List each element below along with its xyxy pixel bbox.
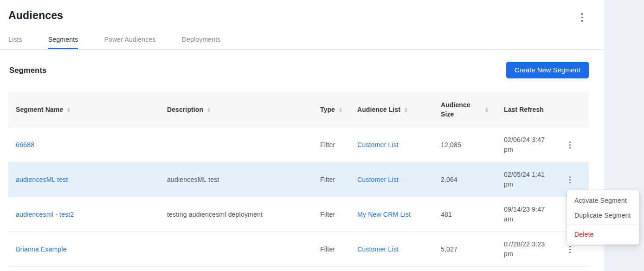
page-more-options-icon[interactable] [580, 11, 585, 24]
type-cell: Filter [320, 245, 357, 253]
last-refresh-cell: 02/06/24 3:47 pm [504, 135, 560, 155]
menu-item-duplicate-segment[interactable]: Duplicate Segment [567, 208, 639, 223]
table-row-selected: audiencesML test audiencesML test Filter… [8, 162, 589, 197]
row-actions-icon-active[interactable] [567, 174, 573, 185]
sort-icon[interactable] [207, 108, 210, 112]
column-header-description: Description [167, 105, 320, 115]
column-label: Segment Name [16, 105, 63, 115]
audiences-panel: Audiences Lists Segments Power Audiences… [0, 0, 604, 271]
menu-item-delete[interactable]: Delete [567, 227, 639, 242]
audience-list-link[interactable]: Customer List [357, 141, 399, 148]
row-actions-icon[interactable] [567, 244, 573, 255]
sort-icon[interactable] [405, 108, 407, 112]
type-cell: Filter [320, 141, 357, 148]
column-header-audience-size: Audience Size [441, 101, 504, 119]
last-refresh-cell: 02/05/24 1:41 pm [504, 170, 560, 189]
menu-divider [567, 225, 639, 225]
sort-icon[interactable] [485, 108, 488, 112]
column-label: Audience List [357, 105, 400, 115]
tab-power-audiences[interactable]: Power Audiences [104, 36, 155, 49]
segment-name-link[interactable]: audiencesml - test2 [16, 211, 74, 218]
last-refresh-cell: 09/14/23 9:47 am [504, 205, 560, 224]
audience-size-cell: 12,085 [441, 141, 504, 148]
tab-bar: Lists Segments Power Audiences Deploymen… [0, 36, 604, 50]
segment-name-link[interactable]: 66688 [16, 141, 34, 148]
sort-icon[interactable] [67, 108, 70, 112]
last-refresh-cell: 07/28/22 3:23 pm [504, 239, 560, 259]
type-cell: Filter [320, 211, 357, 218]
tab-lists[interactable]: Lists [8, 36, 22, 49]
tab-deployments[interactable]: Deployments [182, 36, 221, 49]
page-title: Audiences [8, 9, 595, 22]
audience-size-cell: 2,064 [441, 176, 504, 183]
table-header-row: Segment Name Description Type Audience L… [8, 92, 589, 128]
app-root: Audiences Lists Segments Power Audiences… [0, 0, 644, 271]
page-header: Audiences [0, 0, 604, 22]
table-row: audiencesml - test2 testing audiencesml … [8, 197, 589, 232]
segments-table: Segment Name Description Type Audience L… [8, 92, 589, 267]
column-label: Type [320, 105, 335, 115]
audience-list-link[interactable]: My New CRM List [357, 211, 411, 218]
column-label: Audience Size [441, 101, 475, 119]
column-label: Last Refresh [504, 105, 544, 115]
description-cell: testing audiencesml deployment [167, 211, 320, 218]
column-label: Description [167, 105, 203, 115]
table-row: Brianna Example Filter Customer List 5,0… [8, 232, 589, 267]
audience-size-cell: 5,027 [441, 245, 504, 253]
section-title: Segments [9, 66, 46, 75]
column-header-last-refresh: Last Refresh [504, 105, 560, 115]
audience-size-cell: 481 [441, 211, 504, 218]
row-actions-icon[interactable] [567, 140, 573, 150]
tab-segments[interactable]: Segments [48, 36, 78, 49]
create-new-segment-button[interactable]: Create New Segment [506, 62, 589, 78]
sort-icon[interactable] [339, 108, 342, 112]
segment-name-link[interactable]: audiencesML test [16, 176, 68, 183]
table-row: 66688 Filter Customer List 12,085 02/06/… [8, 128, 589, 162]
section-header: Segments Create New Segment [9, 62, 589, 78]
row-context-menu: Activate Segment Duplicate Segment Delet… [567, 190, 639, 245]
segment-name-link[interactable]: Brianna Example [16, 245, 67, 253]
type-cell: Filter [320, 176, 357, 183]
column-header-type: Type [320, 105, 357, 115]
description-cell: audiencesML test [167, 176, 320, 183]
column-header-segment-name: Segment Name [8, 105, 167, 115]
menu-item-activate-segment[interactable]: Activate Segment [567, 193, 639, 208]
audience-list-link[interactable]: Customer List [357, 245, 399, 253]
audience-list-link[interactable]: Customer List [357, 176, 399, 183]
column-header-audience-list: Audience List [357, 105, 441, 115]
